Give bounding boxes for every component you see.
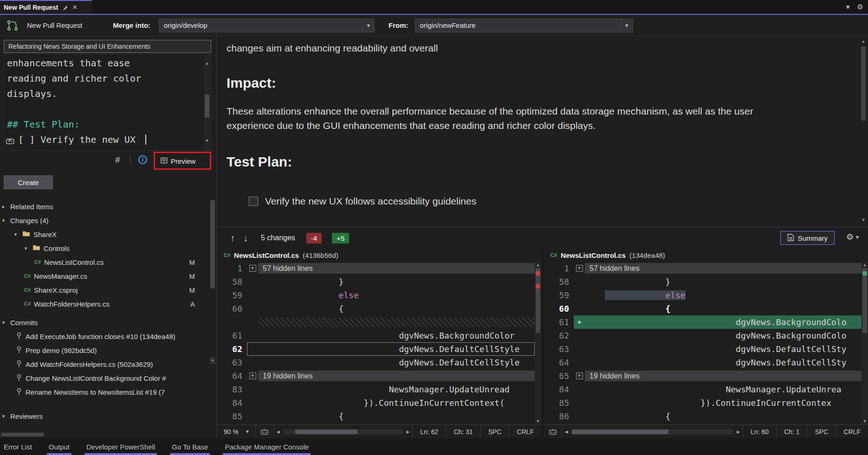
pin-icon[interactable]: [62, 5, 68, 11]
chevron-down-icon[interactable]: ▾: [0, 320, 7, 326]
bottom-tab-go-to-base[interactable]: Go To Base: [170, 438, 210, 455]
eol-indicator[interactable]: CRLF: [509, 425, 541, 438]
scrollbar-thumb[interactable]: [205, 95, 209, 117]
bottom-tab-output[interactable]: Output: [47, 438, 71, 455]
eol-indicator[interactable]: CRLF: [836, 425, 868, 438]
tree-item-sharex-csproj[interactable]: C#ShareX.csprojM: [0, 283, 207, 297]
plus-expander-icon[interactable]: +: [249, 372, 256, 379]
merge-into-dropdown[interactable]: origin/develop ▼: [159, 19, 375, 32]
diff-code-row[interactable]: 58 }: [217, 275, 535, 288]
tree-item-controls[interactable]: ▾Controls: [0, 241, 207, 255]
pr-description-editor[interactable]: enhancements that easereading and richer…: [4, 53, 211, 151]
copilot-icon[interactable]: [6, 134, 15, 149]
diff-code-row[interactable]: 64 dgvNews.DefaultCellSty: [544, 356, 862, 369]
close-icon[interactable]: ×: [72, 4, 77, 11]
scroll-up-icon[interactable]: ▲: [535, 263, 541, 267]
dropdown-arrow-icon[interactable]: ▼: [362, 19, 374, 32]
scroll-down-icon[interactable]: ▼: [210, 357, 215, 364]
diff-hidden-lines-row[interactable]: 65+19 hidden lines: [544, 369, 862, 383]
scroll-up-icon[interactable]: ▲: [860, 39, 867, 44]
commit-item[interactable]: Rename NewsItems to NewsItemsList #19 (7: [0, 385, 207, 399]
chevron-right-icon[interactable]: ▸: [0, 204, 7, 210]
preview-button[interactable]: Preview: [158, 154, 198, 168]
plus-expander-icon[interactable]: +: [249, 265, 256, 272]
line-indicator[interactable]: Ln: 62: [412, 425, 446, 438]
scrollbar-thumb[interactable]: [862, 268, 867, 333]
diff-left-scrollbar[interactable]: ▲ ▼: [535, 262, 541, 424]
expand-hidden-lines-button[interactable]: +: [574, 262, 585, 275]
diff-deleted-gap-row[interactable]: [217, 315, 535, 329]
previous-change-icon[interactable]: ↑: [230, 233, 235, 244]
tree-item-watchfoldershelpers-cs[interactable]: C#WatchFoldersHelpers.csA: [0, 297, 207, 311]
scroll-left-icon[interactable]: ◀: [562, 429, 571, 434]
summary-button[interactable]: Summary: [780, 231, 835, 245]
scrollbar-thumb[interactable]: [1, 433, 44, 436]
copilot-status-button[interactable]: [544, 425, 562, 438]
create-button[interactable]: Create: [4, 175, 53, 189]
scrollbar-thumb[interactable]: [536, 268, 540, 333]
dropdown-arrow-icon[interactable]: ▼: [621, 19, 633, 32]
diff-code-row[interactable]: 86 {: [544, 410, 862, 423]
copilot-status-button[interactable]: [256, 425, 274, 438]
section-changes[interactable]: ▾ Changes (4): [0, 213, 207, 227]
diff-hidden-lines-row[interactable]: 1+57 hidden lines: [217, 262, 535, 275]
diff-code-row[interactable]: 60 {: [217, 302, 535, 315]
bottom-tab-package-manager-console[interactable]: Package Manager Console: [223, 438, 311, 455]
zoom-dropdown[interactable]: 90 % ▼: [217, 425, 256, 438]
expand-hidden-lines-button[interactable]: +: [574, 369, 585, 383]
scroll-up-icon[interactable]: ▲: [204, 56, 210, 71]
bottom-tab-developer-powershell[interactable]: Developer PowerShell: [84, 438, 157, 455]
scrollbar-thumb[interactable]: [861, 46, 866, 121]
diff-settings-button[interactable]: ⚙ ▼: [846, 232, 860, 242]
scroll-right-icon[interactable]: ▶: [404, 429, 413, 434]
work-item-hash-button[interactable]: #: [115, 155, 120, 165]
expand-hidden-lines-button[interactable]: +: [247, 369, 258, 383]
tree-item-sharex[interactable]: ▾ShareX: [0, 227, 207, 241]
plus-expander-icon[interactable]: +: [576, 372, 583, 379]
whitespace-indicator[interactable]: SPC: [807, 425, 836, 438]
info-icon[interactable]: i: [138, 155, 147, 164]
chevron-down-icon[interactable]: ▾: [22, 245, 29, 251]
hidden-lines-bar[interactable]: 19 hidden lines: [585, 371, 862, 381]
scrollbar-thumb[interactable]: [210, 200, 215, 288]
scroll-down-icon[interactable]: ▼: [535, 419, 541, 423]
section-related-items[interactable]: ▸ Related Items: [0, 199, 207, 213]
diff-right-scrollbar[interactable]: ▲ ▼: [862, 262, 868, 424]
diff-code-row[interactable]: 85 {: [217, 410, 535, 423]
scroll-left-icon[interactable]: ◀: [274, 429, 283, 434]
tree-item-newslistcontrol-cs[interactable]: C#NewsListControl.csM: [0, 255, 207, 269]
diff-code-row[interactable]: 84 NewsManager.UpdateUnrea: [544, 383, 862, 396]
description-scrollbar[interactable]: ▲ ▼: [204, 54, 210, 150]
diff-code-row[interactable]: 59 else: [217, 288, 535, 302]
column-indicator[interactable]: Ch: 1: [776, 425, 807, 438]
diff-code-row[interactable]: 61+ dgvNews.BackgroundColo: [544, 315, 862, 329]
diff-code-row[interactable]: 61 dgvNews.BackgroundColor: [217, 329, 535, 342]
hidden-lines-bar[interactable]: 57 hidden lines: [258, 263, 535, 274]
plus-expander-icon[interactable]: +: [576, 265, 583, 272]
whitespace-indicator[interactable]: SPC: [480, 425, 509, 438]
diff-code-row[interactable]: 84 }).ContinueInCurrentContext(: [217, 396, 535, 410]
bottom-tab-error-list[interactable]: Error List: [2, 438, 34, 455]
line-indicator[interactable]: Ln: 60: [743, 425, 776, 438]
chevron-down-icon[interactable]: ▾: [846, 3, 850, 11]
gear-icon[interactable]: ⚙: [857, 3, 863, 11]
next-change-icon[interactable]: ↓: [243, 233, 248, 244]
diff-hidden-lines-row[interactable]: 64+19 hidden lines: [217, 369, 535, 383]
scroll-down-icon[interactable]: ▼: [862, 419, 868, 423]
scroll-right-icon[interactable]: ▶: [734, 429, 743, 434]
diff-code-row[interactable]: 62 dgvNews.DefaultCellStyle: [217, 342, 535, 356]
commit-item[interactable]: Prep demo (982bdc5d): [0, 343, 207, 357]
diff-code-row[interactable]: 85 }).ContinueInCurrentContex: [544, 396, 862, 410]
from-dropdown[interactable]: origin/newFeature ▼: [415, 19, 633, 32]
section-reviewers[interactable]: ▾ Reviewers: [0, 409, 207, 423]
diff-code-row[interactable]: 63 dgvNews.DefaultCellStyle: [217, 356, 535, 369]
tab-new-pull-request[interactable]: New Pull Request ×: [0, 0, 92, 14]
panel-scrollbar[interactable]: [210, 200, 215, 355]
scroll-down-icon[interactable]: ▼: [860, 218, 867, 222]
pr-title-input[interactable]: [4, 40, 211, 53]
chevron-down-icon[interactable]: ▾: [0, 413, 7, 419]
scrollbar-thumb[interactable]: [295, 429, 357, 434]
panel-horizontal-scrollbar[interactable]: [1, 432, 205, 437]
diff-code-row[interactable]: 62 dgvNews.BackgroundColo: [544, 329, 862, 342]
scroll-down-icon[interactable]: ▼: [204, 133, 210, 148]
